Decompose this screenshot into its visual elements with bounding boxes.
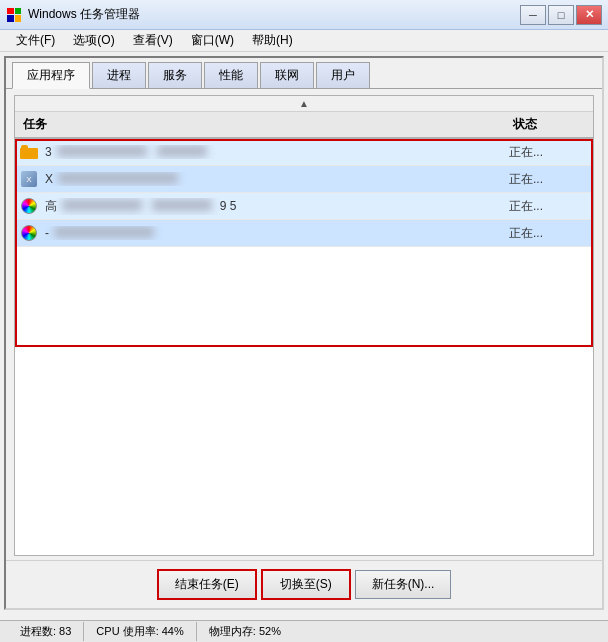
scroll-up-icon: ▲ (299, 98, 309, 109)
tab-processes[interactable]: 进程 (92, 62, 146, 88)
window-controls: ─ □ ✕ (520, 5, 602, 25)
tab-network[interactable]: 联网 (260, 62, 314, 88)
task-name: - (45, 226, 509, 240)
task-status: 正在... (509, 225, 589, 242)
task-name: 高 9 5 (45, 198, 509, 215)
column-status[interactable]: 状态 (509, 114, 589, 135)
tab-services[interactable]: 服务 (148, 62, 202, 88)
tab-users[interactable]: 用户 (316, 62, 370, 88)
task-name: X (45, 172, 509, 186)
tab-bar: 应用程序 进程 服务 性能 联网 用户 (6, 58, 602, 89)
status-cpu: CPU 使用率: 44% (84, 622, 196, 641)
button-area: 结束任务(E) 切换至(S) 新任务(N)... (6, 560, 602, 608)
package-icon: X (19, 169, 39, 189)
folder-icon (19, 142, 39, 162)
colorwheel2-icon (19, 223, 39, 243)
app-icon (6, 7, 22, 23)
content-area: ▲ 任务 状态 3 正在 (14, 95, 594, 556)
tab-applications[interactable]: 应用程序 (12, 62, 90, 89)
task-list-wrapper: 3 正在... X X 正在... (15, 139, 593, 347)
new-task-button[interactable]: 新任务(N)... (355, 570, 452, 599)
status-bar: 进程数: 83 CPU 使用率: 44% 物理内存: 52% (0, 620, 608, 642)
status-memory: 物理内存: 52% (197, 622, 293, 641)
menu-view[interactable]: 查看(V) (125, 30, 181, 51)
table-row[interactable]: 3 正在... (15, 139, 593, 166)
minimize-button[interactable]: ─ (520, 5, 546, 25)
window-title: Windows 任务管理器 (28, 6, 140, 23)
menu-window[interactable]: 窗口(W) (183, 30, 242, 51)
switch-to-button[interactable]: 切换至(S) (261, 569, 351, 600)
menu-options[interactable]: 选项(O) (65, 30, 122, 51)
title-bar: Windows 任务管理器 ─ □ ✕ (0, 0, 608, 30)
close-button[interactable]: ✕ (576, 5, 602, 25)
task-status: 正在... (509, 171, 589, 188)
scroll-up-area[interactable]: ▲ (15, 96, 593, 112)
table-header: 任务 状态 (15, 112, 593, 139)
table-row[interactable]: X X 正在... (15, 166, 593, 193)
task-status: 正在... (509, 144, 589, 161)
colorwheel-icon (19, 196, 39, 216)
column-task[interactable]: 任务 (19, 114, 509, 135)
status-processes: 进程数: 83 (8, 622, 84, 641)
task-name: 3 (45, 145, 509, 159)
menu-file[interactable]: 文件(F) (8, 30, 63, 51)
title-left: Windows 任务管理器 (6, 6, 140, 23)
main-window: 应用程序 进程 服务 性能 联网 用户 ▲ 任务 状态 3 (4, 56, 604, 610)
table-row[interactable]: 高 9 5 正在... (15, 193, 593, 220)
end-task-button[interactable]: 结束任务(E) (157, 569, 257, 600)
maximize-button[interactable]: □ (548, 5, 574, 25)
menu-bar: 文件(F) 选项(O) 查看(V) 窗口(W) 帮助(H) (0, 30, 608, 52)
empty-area (15, 347, 593, 555)
table-row[interactable]: - 正在... (15, 220, 593, 247)
task-status: 正在... (509, 198, 589, 215)
tab-performance[interactable]: 性能 (204, 62, 258, 88)
menu-help[interactable]: 帮助(H) (244, 30, 301, 51)
